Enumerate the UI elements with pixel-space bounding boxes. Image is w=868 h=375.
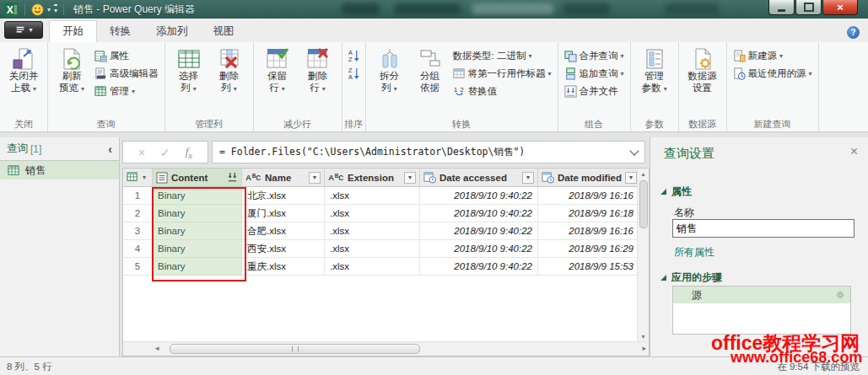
cell[interactable]: 2018/9/10 9:40:22 (420, 240, 538, 258)
close-pane-icon[interactable]: × (850, 144, 858, 159)
row-number[interactable]: 1 (123, 187, 153, 205)
ribbon-button-append-queries[interactable]: 追加查询▾ (564, 67, 624, 81)
ribbon-button-advanced-editor[interactable]: 高级编辑器 (94, 67, 159, 81)
combine-files-icon[interactable] (227, 172, 238, 183)
cell[interactable]: Binary (153, 205, 242, 222)
scroll-up-icon[interactable]: ▴ (638, 170, 649, 178)
row-number[interactable]: 4 (123, 240, 153, 258)
ribbon-button-refresh-preview[interactable]: 刷新预览 ▾ (51, 45, 92, 94)
scroll-right-icon[interactable]: ▸ (642, 344, 646, 352)
ribbon-button-remove-rows[interactable]: 删除行 ▾ (298, 45, 338, 94)
ribbon-button-remove-columns[interactable]: 删除列 ▾ (209, 45, 250, 94)
row-number[interactable]: 5 (123, 258, 153, 276)
ribbon-button-label[interactable]: 数据类型: 二进制▾ (453, 49, 552, 63)
ribbon-button-first-row-headers[interactable]: 将第一行用作标题▾ (453, 67, 552, 81)
row-number[interactable]: 3 (123, 222, 153, 240)
help-icon[interactable]: ? (847, 26, 860, 39)
column-header-Date accessed[interactable]: Date accessed▾ (420, 169, 538, 187)
ribbon-button-merge-queries[interactable]: 合并查询▾ (564, 49, 624, 63)
ribbon-button-data-source-settings[interactable]: 数据源设置 (682, 45, 723, 94)
formula-expand-caret[interactable] (629, 146, 639, 155)
vertical-scroll-thumb[interactable] (639, 180, 648, 228)
column-header-Date modified[interactable]: Date modified▾ (538, 169, 639, 187)
cell[interactable]: 重庆.xlsx (242, 258, 325, 276)
properties-section-header[interactable]: 属性 (660, 185, 692, 199)
scroll-left-icon[interactable]: ◂ (155, 344, 159, 352)
ribbon-button-sort-za[interactable]: ZA (348, 67, 359, 81)
table-row: 5Binary重庆.xlsx.xlsx2018/9/10 9:40:222018… (123, 258, 649, 276)
ribbon-button-combine-files[interactable]: 合并文件 (564, 84, 624, 99)
ribbon-button-recent-sources[interactable]: 最近使用的源▾ (733, 67, 812, 81)
formula-cancel-icon[interactable]: × (138, 146, 145, 159)
smiley-dropdown-caret[interactable]: ▾ (47, 6, 51, 13)
filter-button[interactable]: ▾ (522, 172, 534, 184)
column-header-corner[interactable]: ▾ (123, 169, 153, 187)
fx-icon[interactable]: fx (186, 145, 192, 160)
cell[interactable]: .xlsx (325, 222, 420, 240)
horizontal-scroll-thumb[interactable] (170, 344, 420, 354)
smiley-icon[interactable] (31, 3, 44, 16)
gear-icon[interactable] (835, 290, 845, 300)
scroll-down-icon[interactable]: ▾ (638, 333, 649, 340)
file-menu-button[interactable]: ▾ (4, 21, 43, 39)
ribbon-button-properties[interactable]: 属性 (94, 49, 159, 63)
cell[interactable]: 2018/9/9 16:16 (538, 222, 639, 240)
cell[interactable]: .xlsx (325, 205, 420, 222)
cell[interactable]: 2018/9/9 16:29 (538, 240, 639, 258)
cell[interactable]: 西安.xlsx (242, 240, 325, 258)
table-menu-caret[interactable]: ▾ (143, 174, 146, 181)
ribbon-button-manage[interactable]: 管理▾ (94, 84, 159, 99)
column-header-Extension[interactable]: ABCExtension▾ (325, 169, 420, 187)
cell[interactable]: 合肥.xlsx (242, 222, 325, 240)
cell[interactable]: Binary (153, 240, 242, 258)
cell[interactable]: .xlsx (325, 258, 420, 276)
formula-accept-icon[interactable]: ✓ (160, 146, 170, 159)
collapse-pane-icon[interactable]: ‹ (108, 142, 112, 156)
tab-添加列[interactable]: 添加列 (143, 20, 201, 42)
ribbon-button-sort-az[interactable]: AZ (348, 49, 359, 63)
tab-视图[interactable]: 视图 (201, 20, 247, 42)
tab-转换[interactable]: 转换 (97, 20, 143, 42)
vertical-scrollbar[interactable]: ▴ ▾ (637, 169, 649, 342)
cell[interactable]: 2018/9/10 9:40:22 (420, 222, 538, 240)
applied-step-源[interactable]: 源 (673, 287, 850, 303)
row-number[interactable]: 2 (123, 205, 153, 222)
cell[interactable]: Binary (153, 222, 242, 240)
applied-steps-section-header[interactable]: 应用的步骤 (660, 271, 722, 285)
cell[interactable]: 2018/9/9 16:18 (538, 205, 639, 222)
maximize-button[interactable] (795, 0, 822, 15)
column-header-Content[interactable]: Content (153, 169, 242, 187)
formula-input[interactable]: = Folder.Files("C:\Users\Administrator\D… (212, 141, 645, 163)
column-header-Name[interactable]: ABCName▾ (242, 169, 325, 187)
ribbon-button-replace-values[interactable]: 12替换值 (453, 84, 552, 99)
filter-button[interactable]: ▾ (404, 172, 416, 184)
ribbon-button-close-load[interactable]: 关闭并上载 ▾ (3, 45, 44, 94)
cell[interactable]: .xlsx (325, 240, 420, 258)
filter-button[interactable]: ▾ (309, 172, 321, 184)
filter-button[interactable]: ▾ (625, 172, 637, 184)
cell[interactable]: Binary (153, 187, 242, 205)
ribbon-button-keep-rows[interactable]: 保留行 ▾ (257, 45, 298, 94)
all-properties-link[interactable]: 所有属性 (674, 245, 714, 260)
cell[interactable]: 2018/9/10 9:40:22 (420, 205, 538, 222)
query-item-销售[interactable]: 销售 (0, 161, 119, 179)
ribbon-button-manage-parameters[interactable]: 管理参数 ▾ (634, 45, 675, 94)
close-button[interactable]: × (822, 0, 858, 15)
cell[interactable]: 2018/9/9 16:16 (538, 187, 639, 205)
ribbon-button-choose-columns[interactable]: 选择列 ▾ (169, 45, 209, 94)
tab-开始[interactable]: 开始 (49, 20, 97, 42)
ribbon-button-group-by[interactable]: 分组依据 (410, 45, 450, 94)
cell[interactable]: 2018/9/9 15:53 (538, 258, 639, 276)
cell[interactable]: 北京.xlsx (242, 187, 325, 205)
minimize-button[interactable] (768, 0, 795, 15)
query-name-input[interactable] (672, 219, 855, 238)
cell[interactable]: 2018/9/10 9:40:22 (420, 258, 538, 276)
ribbon-button-split-column[interactable]: 拆分列 ▾ (369, 45, 410, 94)
cell[interactable]: 厦门.xlsx (242, 205, 325, 222)
ribbon-button-new-source[interactable]: 新建源▾ (733, 49, 812, 63)
cell[interactable]: 2018/9/10 9:40:22 (420, 187, 538, 205)
horizontal-scrollbar[interactable]: ◂ ▸ (123, 341, 649, 356)
cell[interactable]: Binary (153, 258, 242, 276)
cell[interactable]: .xlsx (325, 187, 420, 205)
qat-customize-icon[interactable]: ▾ (54, 4, 57, 14)
